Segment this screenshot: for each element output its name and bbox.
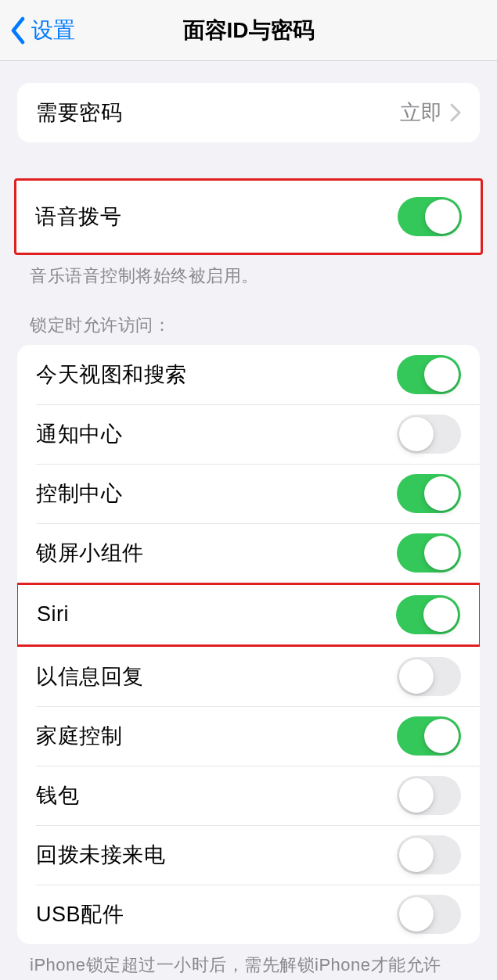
usb-footer: iPhone锁定超过一小时后，需先解锁iPhone才能允许USB配件连接。 xyxy=(0,944,497,980)
wallet-row: 钱包 xyxy=(17,766,480,825)
voice-dial-footer: 音乐语音控制将始终被启用。 xyxy=(0,255,497,289)
voice-dial-highlight: 语音拨号 xyxy=(14,178,483,255)
reply-with-message-toggle[interactable] xyxy=(397,657,461,696)
siri-highlight: Siri xyxy=(17,583,480,647)
voice-dial-label: 语音拨号 xyxy=(35,203,121,231)
return-missed-calls-row: 回拨未接来电 xyxy=(17,825,480,885)
reply-with-message-row: 以信息回复 xyxy=(17,647,480,706)
require-passcode-row[interactable]: 需要密码 立即 xyxy=(17,83,480,142)
control-center-row: 控制中心 xyxy=(17,464,480,523)
chevron-right-icon xyxy=(450,103,461,122)
return-missed-calls-label: 回拨未接来电 xyxy=(36,841,165,869)
notification-center-label: 通知中心 xyxy=(36,420,122,448)
reply-with-message-label: 以信息回复 xyxy=(36,662,144,691)
siri-label: Siri xyxy=(37,602,69,626)
lock-screen-widgets-label: 锁屏小组件 xyxy=(36,539,144,567)
chevron-left-icon xyxy=(9,16,27,45)
passcode-group: 需要密码 立即 xyxy=(17,83,480,142)
home-control-row: 家庭控制 xyxy=(17,706,480,766)
require-passcode-label: 需要密码 xyxy=(36,99,122,127)
lock-screen-widgets-toggle[interactable] xyxy=(397,533,461,573)
lock-screen-widgets-row: 锁屏小组件 xyxy=(17,523,480,583)
navigation-bar: 设置 面容ID与密码 xyxy=(0,0,497,61)
lock-access-group: 今天视图和搜索 通知中心 控制中心 锁屏小组件 Siri 以信息回复 家庭控制 xyxy=(17,345,480,944)
usb-accessories-row: USB配件 xyxy=(17,885,480,944)
notification-center-row: 通知中心 xyxy=(17,404,480,464)
voice-dial-toggle[interactable] xyxy=(398,197,462,236)
return-missed-calls-toggle[interactable] xyxy=(397,835,461,874)
siri-row: Siri xyxy=(18,585,479,644)
lock-access-header: 锁定时允许访问： xyxy=(0,289,497,345)
home-control-toggle[interactable] xyxy=(397,716,461,756)
back-label: 设置 xyxy=(31,16,75,45)
control-center-label: 控制中心 xyxy=(36,479,122,508)
wallet-toggle[interactable] xyxy=(397,776,461,815)
require-passcode-value: 立即 xyxy=(400,99,442,127)
today-view-label: 今天视图和搜索 xyxy=(36,361,187,389)
control-center-toggle[interactable] xyxy=(397,474,461,513)
notification-center-toggle[interactable] xyxy=(397,415,461,454)
today-view-row: 今天视图和搜索 xyxy=(17,345,480,404)
usb-accessories-label: USB配件 xyxy=(36,900,124,928)
wallet-label: 钱包 xyxy=(36,781,79,809)
home-control-label: 家庭控制 xyxy=(36,722,122,750)
today-view-toggle[interactable] xyxy=(397,355,461,394)
voice-dial-row: 语音拨号 xyxy=(16,181,481,253)
usb-accessories-toggle[interactable] xyxy=(397,895,461,934)
siri-toggle[interactable] xyxy=(396,595,460,634)
back-button[interactable]: 设置 xyxy=(0,16,75,45)
